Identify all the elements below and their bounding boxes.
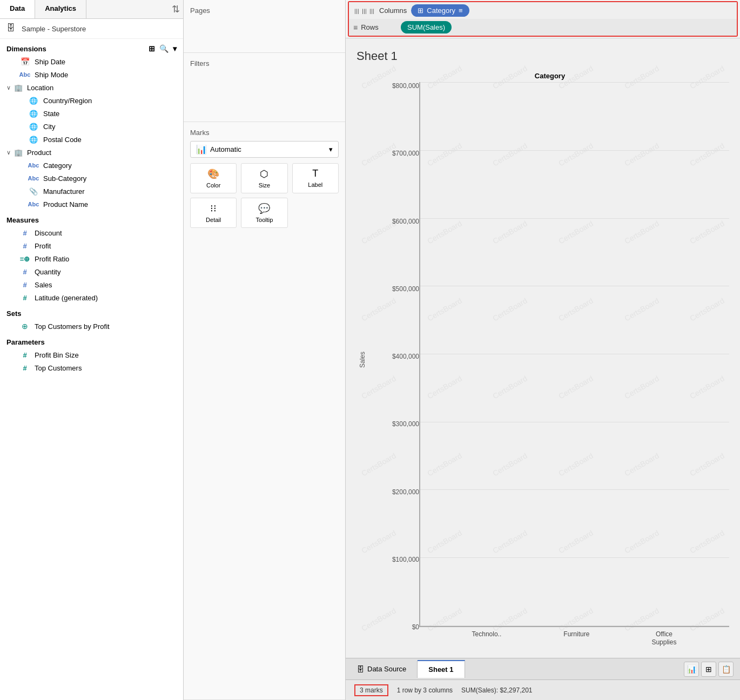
field-profit-bin-size[interactable]: # Profit Bin Size [0, 348, 183, 361]
tooltip-button[interactable]: 💬 Tooltip [241, 198, 287, 228]
hash-icon-discount: # [19, 228, 30, 237]
date-icon: 📅 [19, 57, 30, 66]
detail-button[interactable]: ⁝⁝ Detail [190, 198, 237, 228]
tab-data[interactable]: Data [0, 0, 35, 18]
field-sub-category[interactable]: Abc Sub-Category [0, 172, 183, 185]
sheet-tabs: 🗄 Data Source Sheet 1 📊 ⊞ 📋 [346, 658, 740, 679]
field-product-name[interactable]: Abc Product Name [0, 198, 183, 211]
field-manufacturer[interactable]: 📎 Manufacturer [0, 185, 183, 198]
tick-8: $800,000 [371, 82, 419, 90]
label-button[interactable]: T Label [292, 163, 339, 193]
row-col-description: 1 row by 3 columns [397, 686, 453, 694]
field-country[interactable]: 🌐 Country/Region [0, 94, 183, 107]
shelf-area: ⫼⫼⫼ Columns ⊞ Category ≡ ≡ Rows [346, 0, 740, 38]
add-story-button[interactable]: 📋 [718, 662, 734, 677]
hash-icon-quantity: # [19, 267, 30, 276]
status-bar: 3 marks 1 row by 3 columns SUM(Sales): $… [346, 679, 740, 700]
y-axis-label: Sales [356, 72, 368, 647]
field-profit[interactable]: # Profit [0, 239, 183, 252]
tab-analytics[interactable]: Analytics [35, 0, 86, 18]
datasource-row: 🗄 Sample - Superstore [0, 19, 183, 39]
field-label-postal-code: Postal Code [43, 136, 82, 144]
field-latitude[interactable]: # Latitude (generated) [0, 291, 183, 304]
color-button[interactable]: 🎨 Color [190, 163, 237, 193]
columns-icon: ⫼⫼⫼ [353, 6, 376, 15]
datasource-selector[interactable]: ⇅ [169, 0, 183, 18]
size-button[interactable]: ⬡ Size [241, 163, 287, 193]
x-label-office-supplies: OfficeSupplies [651, 630, 676, 647]
field-label-city: City [43, 123, 55, 131]
filters-title: Filters [190, 59, 339, 68]
sum-sales-pill[interactable]: SUM(Sales) [401, 21, 452, 33]
hash-icon-top-customers: # [19, 364, 30, 372]
hash-icon-sales: # [19, 280, 30, 289]
field-ship-mode[interactable]: Abc Ship Mode [0, 68, 183, 81]
bar-chart-icon: 📊 [196, 144, 207, 154]
add-worksheet-button[interactable]: 📊 [684, 662, 699, 677]
sum-sales-pill-text: SUM(Sales) [407, 23, 445, 31]
field-label-category: Category [43, 161, 72, 170]
label-label: Label [308, 181, 322, 188]
category-pill[interactable]: ⊞ Category ≡ [411, 4, 469, 17]
search-icon[interactable]: 🔍 [159, 44, 169, 53]
dropdown-arrow: ▾ [329, 145, 333, 153]
marks-type-dropdown[interactable]: 📊 Automatic ▾ [190, 141, 339, 158]
parameters-header: Parameters [0, 333, 183, 348]
field-ship-date[interactable]: 📅 Ship Date [0, 55, 183, 68]
field-label-latitude: Latitude (generated) [35, 294, 98, 302]
rows-icon: ≡ [353, 23, 358, 32]
field-top-customers[interactable]: ⊕ Top Customers by Profit [0, 320, 183, 333]
detail-icon: ⁝⁝ [210, 203, 217, 214]
size-icon: ⬡ [260, 168, 268, 180]
pages-drop-zone[interactable] [190, 19, 339, 46]
left-panel: Data Analytics ⇅ 🗄 Sample - Superstore D… [0, 0, 184, 700]
field-quantity[interactable]: # Quantity [0, 265, 183, 278]
chart-title: Sheet 1 [356, 49, 729, 63]
tooltip-icon: 💬 [258, 203, 270, 214]
tick-3: $300,000 [371, 420, 419, 428]
group-label-product: Product [27, 149, 51, 157]
columns-text: Columns [379, 6, 407, 15]
hash-icon-profit-ratio: =⊕ [19, 254, 30, 263]
chart-content: Sales Category $0 $100,000 $200,000 $300… [356, 72, 729, 647]
marks-type-label: Automatic [210, 145, 241, 153]
sort-icon[interactable]: ▾ [173, 44, 177, 53]
field-category[interactable]: Abc Category [0, 159, 183, 172]
group-location[interactable]: ∨ 🏢 Location [0, 81, 183, 94]
field-postal-code[interactable]: 🌐 Postal Code [0, 133, 183, 146]
size-label: Size [259, 182, 270, 189]
field-label-manufacturer: Manufacturer [43, 187, 85, 196]
field-state[interactable]: 🌐 State [0, 107, 183, 120]
field-label-sales: Sales [35, 281, 52, 289]
field-top-customers-param[interactable]: # Top Customers [0, 361, 183, 374]
chart-wrapper: CertsBoardCertsBoardCertsBoardCertsBoard… [346, 38, 740, 658]
field-label-ship-mode: Ship Mode [35, 71, 68, 79]
field-discount[interactable]: # Discount [0, 226, 183, 239]
parameters-label: Parameters [6, 338, 45, 346]
field-label-top-customers-param: Top Customers [35, 364, 82, 372]
tooltip-label: Tooltip [256, 217, 273, 223]
tick-2: $200,000 [371, 488, 419, 496]
rows-shelf: ≡ Rows SUM(Sales) [349, 19, 737, 36]
dimensions-label: Dimensions [6, 45, 46, 53]
chart-inner: Category $0 $100,000 $200,000 $300,000 $… [371, 72, 729, 647]
globe-icon-postal: 🌐 [28, 135, 39, 144]
grid-icon[interactable]: ⊞ [149, 44, 155, 53]
sets-header: Sets [0, 304, 183, 320]
globe-icon-country: 🌐 [28, 96, 39, 105]
globe-icon-city: 🌐 [28, 122, 39, 131]
add-dashboard-button[interactable]: ⊞ [701, 662, 716, 677]
chevron-location: ∨ [6, 84, 11, 91]
sum-sales-status: SUM(Sales): $2,297,201 [461, 686, 532, 694]
field-profit-ratio[interactable]: =⊕ Profit Ratio [0, 252, 183, 265]
pages-title: Pages [190, 6, 339, 15]
filters-drop-zone[interactable] [190, 72, 339, 115]
field-sales[interactable]: # Sales [0, 278, 183, 291]
y-axis-ticks: $0 $100,000 $200,000 $300,000 $400,000 $… [371, 82, 419, 647]
tab-data-source[interactable]: 🗄 Data Source [346, 661, 418, 678]
group-product[interactable]: ∨ 🏢 Product [0, 146, 183, 159]
bars-plot-area [419, 82, 729, 627]
field-city[interactable]: 🌐 City [0, 120, 183, 133]
datasource-icon: 🗄 [6, 23, 17, 34]
tab-sheet-1[interactable]: Sheet 1 [418, 660, 465, 678]
